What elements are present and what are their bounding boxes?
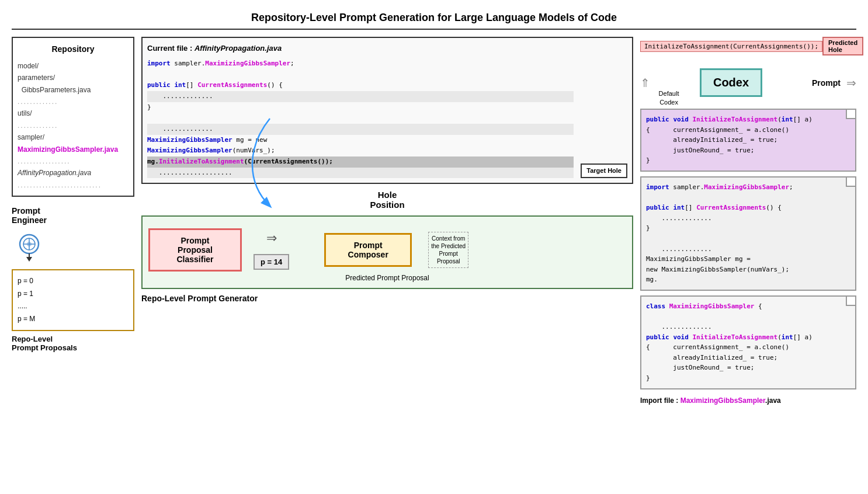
repo-item: model/ (18, 60, 129, 72)
code-line: MaximizingGibbsSampler mg = new (147, 135, 574, 146)
proposal-item: ..... (18, 300, 129, 313)
code-line (646, 234, 850, 244)
proposals-box: p = 0 p = 1 ..... p = M (12, 269, 134, 331)
code-line: public void InitializeToAssignment(int[]… (646, 332, 850, 343)
import-file-label: Import file : MaximizingGibbsSampler.jav… (640, 396, 856, 405)
prompt-label: Prompt (812, 78, 841, 88)
code-line: justOneRound_ = true; (646, 145, 850, 156)
code-block-corner (846, 110, 855, 119)
top-right-row: InitializeToAssignment(CurrentAssignment… (640, 37, 856, 55)
top-code-line: InitializeToAssignment(CurrentAssignment… (640, 41, 822, 52)
composer-box: PromptComposer (324, 233, 412, 267)
current-file-label: Current file : (147, 44, 195, 53)
repo-item: ........................... (18, 179, 129, 191)
predicted-hole-badge: Predicted Hole (822, 37, 863, 55)
p14-box: p = 14 (254, 254, 289, 270)
classifier-label: PromptProposalClassifier (156, 236, 234, 264)
code-line: alreadyInitialized_ = true; (646, 353, 850, 363)
prompt-engineer-icon (12, 229, 47, 265)
code-line: } (646, 223, 850, 234)
composer-area: PromptComposer (301, 233, 412, 267)
proposal-item: p = 1 (18, 288, 129, 301)
code-line: ............. (147, 91, 574, 102)
code-line: mg. (646, 274, 850, 285)
repo-item: GibbsParameters.java (18, 84, 129, 96)
repository-title: Repository (18, 43, 129, 57)
current-file-header: Current file : AffinityPropagation.java (147, 43, 574, 55)
prompt-engineer-label: PromptEngineer (12, 206, 134, 225)
p14-area: ⇒ p = 14 (254, 231, 289, 270)
code-block-corner (846, 297, 855, 306)
repo-item: parameters/ (18, 72, 129, 84)
code-line (646, 312, 850, 322)
repo-item-italic: AffinityPropagation.java (18, 167, 129, 179)
code-line: alreadyInitialized_ = true; (646, 135, 850, 145)
predicted-proposal-label: Predicted Prompt Proposal (148, 274, 626, 282)
classifier-composer-row: PromptProposalClassifier ⇒ p = 14 Prompt… (148, 228, 626, 272)
repo-item: ............. (18, 120, 129, 131)
repo-item: utils/ (18, 107, 129, 119)
svg-marker-6 (26, 257, 32, 262)
code-line: } (646, 155, 850, 166)
main-title: Repository-Level Prompt Generation for L… (12, 12, 856, 30)
proposal-item: p = 0 (18, 275, 129, 288)
code-line: public void InitializeToAssignment(int[]… (646, 114, 850, 125)
code-line: ............. (646, 244, 850, 255)
code-line: ............. (646, 322, 850, 332)
left-column: Repository model/ parameters/ GibbsParam… (12, 37, 134, 481)
code-line-highlighted: mg.InitializeToAssignment(CurrentAssignm… (147, 156, 574, 168)
diagram-area: Repository model/ parameters/ GibbsParam… (12, 37, 856, 481)
repo-item: ............. (18, 96, 129, 107)
code-block-corner (846, 178, 855, 187)
target-hole-badge: Target Hole (581, 163, 627, 179)
repo-item-highlight: MaximizingGibbsSampler.java (18, 144, 129, 155)
code-block-import: import sampler.MaximizingGibbsSampler; p… (640, 176, 856, 291)
code-line: import sampler.MaximizingGibbsSampler; (646, 182, 850, 193)
code-line: ............. (147, 124, 574, 135)
code-line: public int[] CurrentAssignments() { (147, 80, 574, 91)
code-content: import sampler.MaximizingGibbsSampler; p… (147, 58, 574, 179)
hole-position-label: HolePosition (141, 190, 633, 210)
code-line: ................... (147, 168, 574, 179)
repo-item: sampler/ (18, 131, 129, 143)
code-line (147, 113, 574, 124)
green-box: PromptProposalClassifier ⇒ p = 14 Prompt… (141, 215, 633, 289)
code-line: new MaximizingGibbsSampler(numVars_); (646, 265, 850, 275)
proposal-item: p = M (18, 313, 129, 326)
code-line: ............. (646, 213, 850, 224)
code-line: justOneRound_ = true; (646, 363, 850, 373)
page-container: Repository-Level Prompt Generation for L… (0, 0, 868, 494)
code-block-initialize: public void InitializeToAssignment(int[]… (640, 109, 856, 172)
code-line: MaximizingGibbsSampler mg = (646, 254, 850, 265)
import-file-name: MaximizingGibbsSampler (680, 396, 765, 405)
code-block-class: class MaximizingGibbsSampler { .........… (640, 295, 856, 389)
code-line: { currentAssignment_ = a.clone() (646, 342, 850, 353)
current-filename: AffinityPropagation.java (195, 44, 282, 53)
current-file-area: Current file : AffinityPropagation.java … (141, 37, 633, 184)
context-from-label: Context fromthe PredictedPromptProposal (428, 232, 468, 268)
code-line: } (646, 373, 850, 384)
repo-item: ................. (18, 155, 129, 167)
code-line (147, 69, 574, 80)
classifier-box: PromptProposalClassifier (148, 228, 242, 272)
proposals-label: Repo-LevelPrompt Proposals (12, 335, 134, 352)
svg-point-4 (27, 242, 32, 246)
code-line: import sampler.MaximizingGibbsSampler; (147, 58, 574, 69)
repository-box: Repository model/ parameters/ GibbsParam… (12, 37, 134, 197)
brain-icon (13, 231, 46, 263)
middle-column: Current file : AffinityPropagation.java … (141, 37, 633, 481)
current-file-box: Current file : AffinityPropagation.java … (141, 37, 633, 184)
code-line (646, 193, 850, 203)
repo-level-generator-label: Repo-Level Prompt Generator (141, 294, 633, 303)
code-line: class MaximizingGibbsSampler { (646, 301, 850, 312)
code-line: MaximizingGibbsSampler(numVars_); (147, 145, 574, 156)
code-line: public int[] CurrentAssignments() { (646, 203, 850, 213)
codex-box: Codex (700, 68, 762, 97)
code-line: { currentAssignment_ = a.clone() (646, 125, 850, 135)
code-line: } (147, 102, 574, 113)
